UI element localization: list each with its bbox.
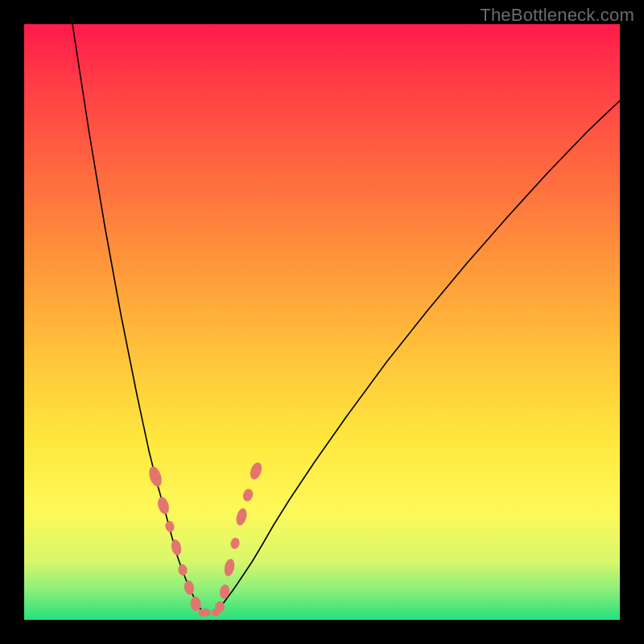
bead <box>184 580 196 596</box>
curve-left <box>72 24 203 612</box>
bead <box>212 609 220 617</box>
bead <box>156 496 171 516</box>
bead-group <box>147 460 264 617</box>
bead <box>248 460 264 481</box>
bead <box>219 584 231 600</box>
plot-svg <box>24 24 620 620</box>
bead <box>164 520 175 533</box>
chart-frame <box>24 24 620 620</box>
bead <box>177 564 188 576</box>
bead <box>147 464 163 488</box>
bead <box>234 507 249 526</box>
bead <box>223 558 236 577</box>
bead <box>229 537 241 550</box>
curve-right <box>217 101 620 612</box>
bead <box>190 596 202 611</box>
bead <box>198 609 211 617</box>
bead <box>170 539 183 556</box>
watermark-text: TheBottleneck.com <box>480 5 634 26</box>
bead <box>242 488 254 503</box>
